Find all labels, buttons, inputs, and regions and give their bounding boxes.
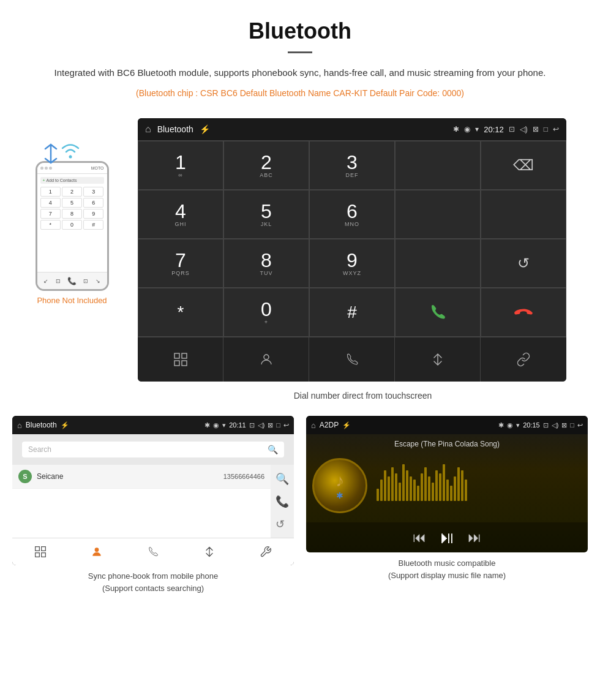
music-usb-icon: ⚡ [342,421,351,429]
dial-cell-empty-3 [481,190,566,239]
phone-screen: Add to Contacts 123 456 789 *0# [37,174,107,272]
toolbar-grid[interactable] [138,337,223,382]
phone-mockup: MOTO Add to Contacts 123 456 789 *0# ↙ ⊡… [36,161,109,291]
volume-icon: ◁) [520,125,528,134]
pb-person-icon [91,546,103,558]
phone-not-included-label: Phone Not Included [37,296,107,305]
music-cam-icon: ⊡ [543,421,549,429]
toolbar-bluetooth[interactable] [395,337,481,382]
music-win-icon: □ [570,421,574,429]
pb-toolbar-grid[interactable] [12,538,69,565]
music-title: A2DP [320,421,339,429]
link-icon [516,352,531,367]
dial-call-red[interactable] [481,288,566,337]
pb-toolbar-phone[interactable] [125,538,181,565]
pb-cam-icon: ⊡ [249,421,255,429]
dial-cell-empty-2 [395,190,481,239]
person-icon [259,352,274,367]
music-status-bar: ⌂ A2DP ⚡ ✱ ◉ ▾ 20:15 ⊡ ◁) ⊠ □ ↩ [306,416,588,434]
pb-toolbar-bluetooth[interactable] [181,538,238,565]
pb-toolbar [12,538,294,565]
description-text: Integrated with BC6 Bluetooth module, su… [37,66,563,80]
back-icon: ↩ [553,125,559,134]
search-icon: 🔍 [268,445,278,454]
close-icon: ⊠ [533,125,539,134]
music-frame: ⌂ A2DP ⚡ ✱ ◉ ▾ 20:15 ⊡ ◁) ⊠ □ ↩ [306,416,588,552]
music-vol-icon: ◁) [552,421,559,429]
dial-key-3[interactable]: 3DEF [309,141,395,190]
song-title-area: Escape (The Pina Colada Song) [306,434,588,449]
svg-rect-1 [174,353,179,358]
music-bt-icon: ✱ [498,421,504,429]
dial-key-4[interactable]: 4GHI [138,190,223,239]
dial-backspace[interactable]: ⌫ [481,141,566,190]
dial-cell-empty-1 [395,141,481,190]
status-left: ⌂ Bluetooth ⚡ [145,124,210,135]
status-right: ✱ ◉ ▾ 20:12 ⊡ ◁) ⊠ □ ↩ [453,125,559,134]
dial-sync[interactable]: ↺ [481,239,566,288]
pb-search-placeholder: Search [28,445,51,454]
specs-text: (Bluetooth chip : CSR BC6 Default Blueto… [37,86,563,100]
phonebook-frame: ⌂ Bluetooth ⚡ ✱ ◉ ▾ 20:11 ⊡ ◁) ⊠ □ ↩ [12,416,294,565]
dial-key-1[interactable]: 1∞ [138,141,223,190]
music-item: ⌂ A2DP ⚡ ✱ ◉ ▾ 20:15 ⊡ ◁) ⊠ □ ↩ [306,416,588,594]
play-pause-button[interactable]: ⏯ [438,527,456,548]
svg-rect-7 [42,547,46,551]
svg-rect-3 [174,361,179,366]
svg-point-5 [264,355,269,359]
dial-key-7[interactable]: 7PQRS [138,239,223,288]
svg-point-10 [95,548,99,552]
music-x-icon: ⊠ [561,421,567,429]
signal-icon: ▾ [475,125,479,134]
pb-loc-icon: ◉ [213,421,219,429]
dial-call-green[interactable] [395,288,481,337]
sync-icon: ↺ [517,255,530,272]
pb-content: S Seicane 13566664466 🔍 📞 ↺ [12,465,294,538]
dial-key-8[interactable]: 8TUV [223,239,309,288]
contact-name: Seicane [37,472,219,481]
pb-contact-row[interactable]: S Seicane 13566664466 [12,465,271,489]
dial-key-0[interactable]: 0+ [223,288,309,337]
pb-list: S Seicane 13566664466 [12,465,271,538]
dial-key-6[interactable]: 6MNO [309,190,395,239]
phone-icon [345,352,359,367]
pb-toolbar-person[interactable] [69,538,125,565]
location-icon: ◉ [464,125,470,134]
dialer-section: ⌂ Bluetooth ⚡ ✱ ◉ ▾ 20:12 ⊡ ◁) ⊠ □ ↩ [138,118,588,404]
music-loc-icon: ◉ [507,421,513,429]
dial-key-2[interactable]: 2ABC [223,141,309,190]
svg-rect-9 [42,553,46,557]
toolbar-person[interactable] [223,337,309,382]
phone-section: MOTO Add to Contacts 123 456 789 *0# ↙ ⊡… [12,118,132,305]
pb-search-bar[interactable]: Search 🔍 [22,442,284,457]
svg-rect-8 [36,553,40,557]
title-divider [288,51,312,53]
pb-x-icon: ⊠ [268,421,273,429]
pb-sync-side-icon[interactable]: ↺ [276,517,289,531]
prev-button[interactable]: ⏮ [413,530,426,546]
dial-key-9[interactable]: 9WXYZ [309,239,395,288]
next-button[interactable]: ⏭ [468,530,481,546]
music-time: 20:15 [523,421,540,429]
svg-rect-6 [36,547,40,551]
header-section: Bluetooth Integrated with BC6 Bluetooth … [0,0,600,112]
page-title: Bluetooth [37,18,563,44]
toolbar-link[interactable] [481,337,566,382]
pb-search-side-icon[interactable]: 🔍 [276,472,289,486]
dial-key-star[interactable]: * [138,288,223,337]
grid-icon [173,352,188,367]
pb-side-actions: 🔍 📞 ↺ [271,465,294,538]
dial-key-5[interactable]: 5JKL [223,190,309,239]
svg-rect-2 [182,353,187,358]
music-content: ♪ ✱ [306,449,588,522]
toolbar-phone[interactable] [309,337,395,382]
pb-signal-icon: ▾ [222,421,226,429]
pb-grid-icon [34,546,47,558]
status-time: 20:12 [484,125,504,134]
dialer-title: Bluetooth [157,124,193,134]
equalizer [377,470,582,501]
pb-toolbar-wrench[interactable] [238,538,294,565]
contact-number: 13566664466 [223,473,264,480]
pb-phone-side-icon[interactable]: 📞 [276,495,289,508]
dial-key-hash[interactable]: # [309,288,395,337]
